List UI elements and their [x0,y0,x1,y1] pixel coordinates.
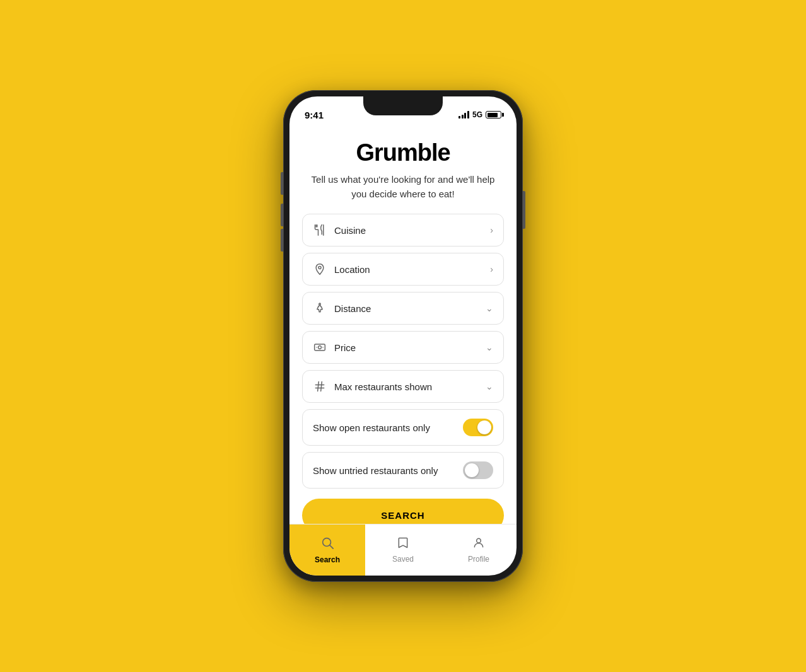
show-untried-toggle-row[interactable]: Show untried restaurants only [302,452,504,489]
svg-point-0 [318,266,321,269]
location-filter-left: Location [313,262,370,276]
status-5g: 5G [472,110,482,119]
search-button[interactable]: SEARCH [302,499,504,524]
price-filter[interactable]: Price ⌄ [302,331,504,364]
bottom-nav: Search Saved Profile [289,524,517,576]
svg-line-6 [318,382,319,391]
status-bar: 9:41 5G [289,96,517,124]
show-untried-toggle-knob [465,463,479,477]
nav-item-profile[interactable]: Profile [441,524,517,576]
cuisine-filter-label: Cuisine [334,225,366,236]
distance-filter[interactable]: Distance ⌄ [302,292,504,325]
show-open-toggle-row[interactable]: Show open restaurants only [302,409,504,446]
svg-line-9 [330,545,333,548]
max-restaurants-filter[interactable]: Max restaurants shown ⌄ [302,370,504,403]
distance-filter-left: Distance [313,301,371,315]
location-chevron-right-icon: › [490,264,493,274]
distance-filter-label: Distance [334,303,371,314]
price-chevron-down-icon: ⌄ [486,342,493,352]
max-restaurants-filter-label: Max restaurants shown [334,381,432,392]
nav-search-label: Search [315,555,340,564]
price-filter-label: Price [334,342,356,353]
notch [363,96,443,115]
nav-saved-label: Saved [392,555,414,564]
battery-fill [488,113,498,117]
location-pin-icon [313,262,327,276]
show-untried-toggle-label: Show untried restaurants only [313,465,438,476]
max-restaurants-chevron-down-icon: ⌄ [486,381,493,391]
nav-profile-label: Profile [468,555,489,564]
cuisine-filter-left: Cuisine [313,223,366,237]
price-icon [313,340,327,354]
profile-nav-icon [472,536,485,552]
status-time: 9:41 [305,110,324,120]
distance-chevron-down-icon: ⌄ [486,303,493,313]
app-content: Grumble Tell us what you're looking for … [289,124,517,524]
max-restaurants-filter-left: Max restaurants shown [313,379,432,393]
phone-frame: 9:41 5G Grumble Tell us what you're look… [283,90,523,582]
walking-icon [313,301,327,315]
location-filter-label: Location [334,264,370,275]
filters-list: Cuisine › Location [302,214,504,489]
signal-bars [458,111,469,119]
phone-screen: 9:41 5G Grumble Tell us what you're look… [289,96,517,576]
cuisine-chevron-right-icon: › [490,225,493,235]
svg-line-7 [321,382,322,391]
cuisine-filter[interactable]: Cuisine › [302,214,504,246]
bookmark-nav-icon [397,536,409,552]
nav-item-saved[interactable]: Saved [365,524,441,576]
search-nav-icon [320,536,334,553]
show-untried-toggle-switch[interactable] [463,461,493,479]
svg-rect-2 [315,344,325,350]
svg-point-10 [477,538,481,543]
app-subtitle: Tell us what you're looking for and we'l… [302,173,504,201]
show-open-toggle-knob [477,420,491,434]
nav-item-search[interactable]: Search [289,524,365,576]
show-open-toggle-label: Show open restaurants only [313,422,430,433]
status-icons: 5G [458,110,501,119]
show-open-toggle-switch[interactable] [463,419,493,436]
svg-point-3 [318,346,322,349]
location-filter[interactable]: Location › [302,253,504,286]
hash-icon [313,379,327,393]
price-filter-left: Price [313,340,356,354]
battery-icon [486,111,501,119]
app-title: Grumble [302,139,504,166]
svg-point-1 [319,303,321,305]
utensils-icon [313,223,327,237]
